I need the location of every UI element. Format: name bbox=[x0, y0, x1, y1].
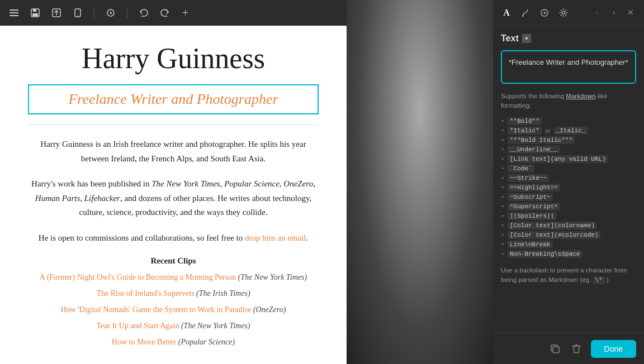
main-title: Harry Guinness bbox=[28, 42, 319, 74]
copy-icon[interactable] bbox=[548, 342, 562, 356]
section-icon: ✦ bbox=[522, 34, 531, 43]
toolbar-divider bbox=[94, 7, 94, 18]
right-panel: A ‹ › ✕ Text ✦ *Freelance Writer and Pho… bbox=[493, 0, 644, 364]
done-button[interactable]: Done bbox=[591, 340, 636, 358]
md-item-color-name: •[Color text](colorname) bbox=[501, 221, 636, 231]
back-arrow[interactable]: ‹ bbox=[591, 7, 603, 18]
svg-rect-2 bbox=[10, 15, 18, 16]
bio-paragraph-2: Harry's work has been published in The N… bbox=[28, 177, 319, 220]
right-toolbar-right: ‹ › ✕ bbox=[591, 7, 636, 18]
publication-2: Popular Science bbox=[224, 179, 280, 188]
clip-link-4[interactable]: Tear It Up and Start Again bbox=[97, 322, 179, 330]
clip-link-1[interactable]: A (Former) Night Owl's Guide to Becoming… bbox=[40, 273, 236, 281]
publication-5: Lifehacker bbox=[84, 194, 120, 203]
bio-paragraph-1: Harry Guinness is an Irish freelance wri… bbox=[28, 137, 319, 166]
markdown-list: •**Bold** •*Italic* or _Italic_ •***Bold… bbox=[501, 117, 636, 259]
clip-item-2: The Rise of Ireland's Supervets (The Iri… bbox=[28, 288, 319, 299]
bio-paragraph-3: He is open to commissions and collaborat… bbox=[28, 231, 319, 246]
md-item-highlight: •==Highlight== bbox=[501, 183, 636, 193]
menu-icon[interactable] bbox=[8, 7, 20, 19]
clip-item-4: Tear It Up and Start Again (The New York… bbox=[28, 320, 319, 332]
save-icon[interactable] bbox=[29, 7, 41, 19]
settings-icon[interactable] bbox=[558, 7, 569, 18]
photo-background bbox=[347, 0, 493, 364]
backslash-example: \* bbox=[593, 276, 604, 284]
subtitle-text: Freelance Writer and Photographer bbox=[68, 91, 278, 107]
clip-item-5: How to Move Better (Popular Science) bbox=[28, 336, 319, 348]
editor-panel: + Harry Guinness Freelance Writer and Ph… bbox=[0, 0, 347, 364]
text-input-value[interactable]: *Freelance Writer and Photographer* bbox=[509, 57, 628, 68]
md-item-nbspace: •Non-Breaking\sSpace bbox=[501, 250, 636, 259]
publication-3: OneZero bbox=[283, 179, 313, 188]
clip-pub-1: (The New York Times) bbox=[238, 273, 307, 281]
panel-footer: Done bbox=[493, 333, 644, 364]
clip-link-2[interactable]: The Rise of Ireland's Supervets bbox=[96, 289, 194, 298]
undo-icon[interactable] bbox=[138, 7, 150, 19]
publication-1: The New York Times bbox=[151, 179, 220, 188]
play-right-icon[interactable] bbox=[539, 7, 550, 18]
svg-point-41 bbox=[522, 15, 524, 17]
md-item-color-code: •[Color text](#colorcode) bbox=[501, 231, 636, 240]
md-item-linebreak: •Line\nBreak bbox=[501, 240, 636, 250]
clip-pub-3: (OneZero) bbox=[253, 305, 286, 314]
markdown-link[interactable]: Markdown bbox=[566, 93, 595, 99]
text-input-box[interactable]: *Freelance Writer and Photographer* bbox=[501, 50, 636, 84]
redo-icon[interactable] bbox=[159, 7, 171, 19]
md-item-underline: •__Underline__ bbox=[501, 145, 636, 155]
md-item-spoilers: •||Spoilers|| bbox=[501, 212, 636, 221]
md-item-italic: •*Italic* or _Italic_ bbox=[501, 126, 636, 136]
add-button[interactable]: + bbox=[182, 7, 188, 20]
right-toolbar-left: A bbox=[501, 7, 569, 18]
editor-toolbar: + bbox=[0, 0, 347, 26]
right-toolbar: A ‹ › ✕ bbox=[493, 0, 644, 26]
svg-rect-4 bbox=[33, 9, 36, 12]
person-photo bbox=[347, 0, 493, 364]
clip-link-3[interactable]: How 'Digital Nomads' Game the System to … bbox=[61, 305, 252, 314]
photo-area bbox=[347, 0, 493, 364]
recent-clips-title: Recent Clips bbox=[28, 256, 319, 266]
share-icon[interactable] bbox=[50, 7, 63, 19]
clip-pub-4: (The New York Times) bbox=[181, 322, 250, 330]
md-item-code: •`Code` bbox=[501, 164, 636, 174]
svg-rect-1 bbox=[10, 12, 18, 13]
markdown-info: Supports the following Markdown-like for… bbox=[501, 92, 636, 111]
clip-pub-5: (Popular Science) bbox=[178, 338, 235, 346]
subtitle-box[interactable]: Freelance Writer and Photographer bbox=[28, 84, 319, 114]
clip-pub-2: (The Irish Times) bbox=[196, 289, 250, 298]
svg-rect-5 bbox=[32, 13, 38, 16]
svg-point-43 bbox=[562, 11, 565, 14]
publication-4: Human Parts bbox=[35, 194, 80, 203]
clip-link-5[interactable]: How to Move Better bbox=[112, 338, 176, 346]
svg-rect-0 bbox=[10, 9, 18, 11]
svg-rect-44 bbox=[553, 347, 559, 353]
toolbar-divider2 bbox=[127, 7, 127, 18]
panel-content-area[interactable]: Text ✦ *Freelance Writer and Photographe… bbox=[493, 26, 644, 333]
md-item-strike: •~~Strike~~ bbox=[501, 174, 636, 183]
content-area[interactable]: Harry Guinness Freelance Writer and Phot… bbox=[0, 26, 347, 364]
content-divider bbox=[28, 124, 319, 125]
clip-item-1: A (Former) Night Owl's Guide to Becoming… bbox=[28, 271, 319, 283]
md-item-link: •[Link text](any valid URL) bbox=[501, 155, 636, 164]
panel-section-title: Text ✦ bbox=[501, 33, 636, 44]
md-item-bold: •**Bold** bbox=[501, 117, 636, 126]
play-icon[interactable] bbox=[105, 7, 117, 19]
email-link[interactable]: drop him an email bbox=[245, 233, 306, 242]
backslash-note: Use a backslash to prevent a character f… bbox=[501, 266, 636, 285]
md-item-subscript: •~Subscript~ bbox=[501, 193, 636, 202]
brush-icon[interactable] bbox=[520, 7, 531, 18]
close-panel-icon[interactable]: ✕ bbox=[625, 7, 636, 18]
delete-icon[interactable] bbox=[570, 342, 583, 356]
clip-item-3: How 'Digital Nomads' Game the System to … bbox=[28, 304, 319, 315]
svg-point-8 bbox=[77, 15, 78, 16]
forward-arrow[interactable]: › bbox=[608, 7, 619, 18]
md-item-superscript: •^Superscript^ bbox=[501, 202, 636, 212]
font-icon[interactable]: A bbox=[501, 7, 512, 18]
text-section-label: Text bbox=[501, 33, 519, 44]
md-item-bold-italic: •***Bold Italic*** bbox=[501, 136, 636, 145]
mobile-icon[interactable] bbox=[72, 7, 84, 19]
